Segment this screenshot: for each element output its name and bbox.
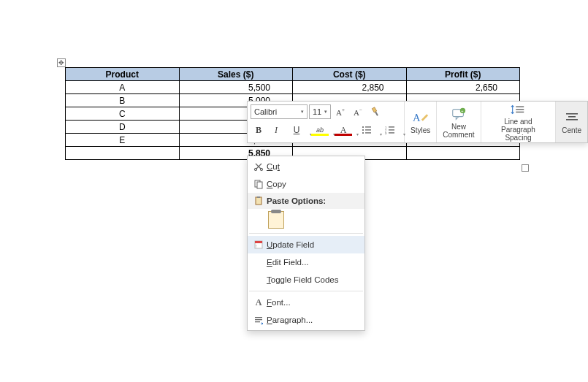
table-move-handle[interactable] [57,58,66,67]
font-name-select[interactable]: Calibri ▾ [251,104,308,119]
menu-edit-field[interactable]: Edit Field... Edit Field... [248,253,364,271]
copy-icon [251,177,267,191]
svg-point-4 [362,129,364,131]
table-header-row: Product Sales ($) Cost ($) Profit ($) [66,68,520,81]
svg-rect-9 [389,126,394,127]
svg-rect-35 [255,321,260,322]
bullets-button[interactable]: ▾ [356,122,378,138]
menu-label: Update Field [267,240,314,249]
cell-product[interactable]: A [66,81,180,94]
font-size-value: 11 [313,107,321,116]
chevron-down-icon: ▾ [324,109,327,115]
svg-rect-31 [255,241,262,243]
svg-rect-11 [389,129,394,130]
menu-label: Edit Field... [267,258,309,267]
bullets-icon [362,126,372,134]
highlight-color-swatch [311,134,329,136]
bold-button[interactable]: B [251,122,267,138]
font-color-swatch [335,134,352,136]
menu-update-field[interactable]: ! Update Field Update Field [248,236,364,253]
cell-cost[interactable]: 2,850 [293,81,407,94]
svg-rect-13 [389,132,394,133]
italic-button[interactable]: I [268,122,284,138]
blank-icon [251,273,267,286]
svg-rect-33 [255,317,262,318]
new-comment-label: NewComment [443,123,474,139]
cell-profit[interactable]: 2,650 [406,81,520,94]
cell-product[interactable]: E [66,134,180,147]
menu-label: Cut [267,162,280,171]
underline-icon: U [294,125,300,135]
svg-point-2 [362,126,364,128]
svg-rect-28 [256,197,261,205]
col-header-cost[interactable]: Cost ($) [293,68,407,81]
col-header-sales[interactable]: Sales ($) [179,68,293,81]
table-resize-handle[interactable] [522,164,529,172]
paste-keep-source-button[interactable] [268,211,284,229]
styles-icon: A [413,110,429,126]
svg-rect-5 [365,129,371,130]
font-icon: A [251,296,267,309]
styles-button[interactable]: A Styles [405,102,437,142]
blank-icon [251,256,267,269]
svg-rect-1 [375,112,378,116]
numbering-button[interactable]: 123 ▾ [379,122,401,138]
numbering-icon: 123 [385,126,395,134]
menu-toggle-field-codes[interactable]: Toggle Field Codes Toggle Field Codes [248,271,364,289]
font-color-button[interactable]: A ▾ [332,122,354,138]
svg-rect-21 [566,113,578,115]
col-header-product[interactable]: Product [66,68,180,81]
svg-rect-23 [566,119,578,121]
mini-toolbar-main: Calibri ▾ 11 ▾ A+ A− B I U [248,102,405,142]
center-label: Cente [562,126,581,134]
menu-font[interactable]: A Font... Font... [248,294,364,311]
align-center-icon [564,110,580,126]
decrease-font-icon: A− [354,107,362,117]
center-button[interactable]: Cente [556,102,587,142]
font-name-value: Calibri [254,107,277,116]
menu-label: Paste Options: [267,196,326,205]
underline-button[interactable]: U ▾ [286,122,308,138]
table-row[interactable]: A 5,500 2,850 2,650 [66,81,520,94]
highlight-button[interactable]: ab ▾ [309,122,331,138]
svg-rect-27 [257,182,262,188]
menu-paragraph[interactable]: Paragraph... Paragraph... [248,311,364,329]
bold-icon: B [256,125,261,136]
svg-text:+: + [461,108,463,112]
menu-label: Font... [267,298,291,307]
cell-empty[interactable] [406,147,520,160]
cell-product[interactable]: D [66,121,180,134]
styles-label: Styles [411,126,430,134]
context-menu: Cut Cut Copy Copy Paste Options: ! Updat… [247,156,365,331]
svg-rect-7 [365,132,371,133]
cut-icon [251,160,267,173]
svg-rect-19 [516,109,524,110]
decrease-font-button[interactable]: A− [350,104,366,120]
menu-label: Paragraph... [267,316,313,324]
menu-separator [249,233,363,234]
line-spacing-icon [510,102,526,117]
svg-rect-22 [568,116,576,118]
menu-copy[interactable]: Copy Copy [248,175,364,193]
menu-cut[interactable]: Cut Cut [248,158,364,175]
svg-rect-18 [516,106,524,107]
format-painter-button[interactable] [367,104,383,120]
menu-label: Toggle Field Codes [267,275,338,284]
increase-font-icon: A+ [336,107,345,117]
svg-rect-29 [257,196,260,198]
paste-option-row [248,209,364,231]
mini-toolbar: Calibri ▾ 11 ▾ A+ A− B I U [247,101,588,143]
new-comment-button[interactable]: + NewComment [437,102,481,142]
font-size-select[interactable]: 11 ▾ [309,104,331,119]
update-field-icon: ! [251,238,267,251]
col-header-profit[interactable]: Profit ($) [406,68,520,81]
chevron-down-icon: ▾ [301,109,304,115]
line-paragraph-spacing-button[interactable]: Line and ParagraphSpacing [481,102,557,142]
new-comment-icon: + [451,106,467,122]
cell-product[interactable]: C [66,107,180,121]
cell-empty[interactable] [66,147,180,160]
increase-font-button[interactable]: A+ [332,104,348,120]
cell-sales[interactable]: 5,500 [179,81,293,94]
cell-product[interactable]: B [66,94,180,107]
paragraph-icon [251,313,267,326]
